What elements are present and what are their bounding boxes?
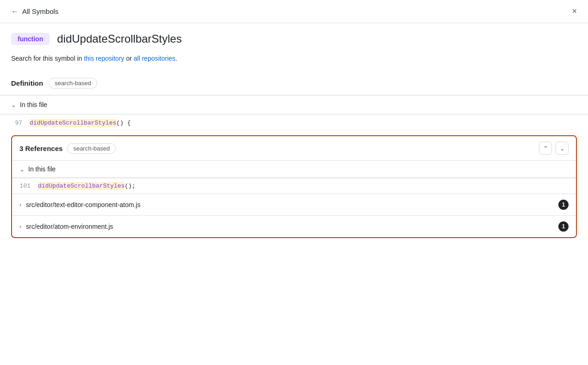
main-container: ← All Symbols × function didUpdateScroll… xyxy=(0,0,588,365)
reference-code-line: 101 didUpdateScrollbarStyles(); xyxy=(12,178,576,194)
references-chevron-down-icon: ⌄ xyxy=(19,166,25,173)
references-in-this-file-label: In this file xyxy=(28,165,56,173)
definition-code-highlighted: didUpdateScrollbarStyles xyxy=(30,119,116,127)
search-link-area: Search for this symbol in this repositor… xyxy=(0,53,588,71)
chevron-down-icon: ⌄ xyxy=(11,101,16,108)
references-header: 3 References search-based ⌃ ⌄ xyxy=(12,136,576,161)
back-label: All Symbols xyxy=(22,7,58,15)
file-row-0-chevron-icon: › xyxy=(19,201,21,208)
definition-code-rest: () { xyxy=(116,120,131,126)
references-badge: search-based xyxy=(67,143,116,154)
search-prefix: Search for this symbol in xyxy=(11,55,84,62)
search-this-repo-link[interactable]: this repository xyxy=(84,55,124,62)
file-row-0-count: 1 xyxy=(558,200,569,210)
file-row-0-left: › src/editor/text-editor-component-atom.… xyxy=(19,201,140,208)
references-prev-button[interactable]: ⌃ xyxy=(539,142,552,155)
definition-badge: search-based xyxy=(49,78,97,88)
file-row-1-left: › src/editor/atom-environment.js xyxy=(19,223,113,230)
definition-in-this-file: ⌄ In this file xyxy=(0,95,588,114)
file-row-1-path: src/editor/atom-environment.js xyxy=(26,223,113,230)
search-all-repos-link[interactable]: all repositories xyxy=(134,55,175,62)
definition-code-line: 97 didUpdateScrollbarStyles() { xyxy=(0,114,588,132)
file-row-1-chevron-icon: › xyxy=(19,223,21,230)
reference-code-content: didUpdateScrollbarStyles(); xyxy=(38,182,136,190)
references-box: 3 References search-based ⌃ ⌄ ⌄ In this … xyxy=(11,135,577,238)
references-label: 3 References xyxy=(19,145,63,152)
file-row-1-count: 1 xyxy=(558,221,569,232)
search-suffix: . xyxy=(175,55,177,62)
definition-section: Definition search-based xyxy=(0,71,588,95)
definition-code-content: didUpdateScrollbarStyles() { xyxy=(30,119,131,127)
file-row-0-path: src/editor/text-editor-component-atom.js xyxy=(26,201,140,208)
references-nav-buttons: ⌃ ⌄ xyxy=(539,142,569,155)
references-next-button[interactable]: ⌄ xyxy=(556,142,569,155)
reference-line-number: 101 xyxy=(19,182,31,189)
definition-label: Definition xyxy=(11,79,43,87)
references-header-left: 3 References search-based xyxy=(19,143,116,154)
function-badge: function xyxy=(11,33,50,45)
file-row-1[interactable]: › src/editor/atom-environment.js 1 xyxy=(12,216,576,237)
references-in-this-file-toggle[interactable]: ⌄ In this file xyxy=(12,161,576,178)
search-connector: or xyxy=(124,55,133,62)
arrow-left-icon: ← xyxy=(11,7,19,16)
back-button[interactable]: ← All Symbols xyxy=(11,7,58,16)
references-in-this-file: ⌄ In this file xyxy=(12,161,576,178)
file-row-0[interactable]: › src/editor/text-editor-component-atom.… xyxy=(12,194,576,216)
symbol-title-area: function didUpdateScrollbarStyles xyxy=(0,23,588,53)
definition-line-number: 97 xyxy=(11,120,22,126)
reference-code-highlighted: didUpdateScrollbarStyles xyxy=(38,182,125,190)
close-icon[interactable]: × xyxy=(572,6,577,16)
reference-code-rest: (); xyxy=(125,182,135,189)
symbol-name: didUpdateScrollbarStyles xyxy=(57,32,181,45)
definition-collapse-toggle[interactable]: ⌄ In this file xyxy=(11,101,577,108)
header: ← All Symbols × xyxy=(0,0,588,23)
in-this-file-label: In this file xyxy=(20,101,47,108)
